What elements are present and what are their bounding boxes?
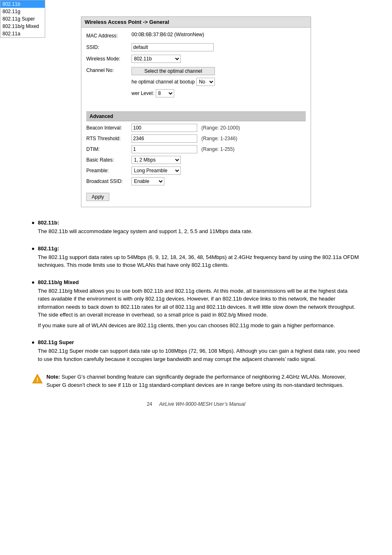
channel-no-label: Channel No: <box>86 66 131 73</box>
channel-dropdown[interactable]: 802.11b 802.11g 802.11g Super 802.11b/g … <box>0 0 45 38</box>
bullet-section-802-11g-super: • 802.11g Super The 802.11g Super mode c… <box>32 339 360 365</box>
dtim-label: DTIM: <box>86 146 131 152</box>
broadcast-ssid-row: Broadcast SSID: Enable Disable <box>86 177 306 185</box>
preamble-label: Preamble: <box>86 168 131 173</box>
bullet-content-802-11bg-mixed: 802.11b/g Mixed The 802.11b/g Mixed allo… <box>38 279 360 332</box>
note-text: Note: Super G’s channel bonding feature … <box>46 373 360 389</box>
dtim-range: (Range: 1-255) <box>201 146 235 152</box>
mac-address-row: MAC Address: 00:0B:6B:37:B6:02 (WistronN… <box>86 32 306 41</box>
bullet-dot-2: • <box>32 245 35 253</box>
ssid-input[interactable] <box>131 43 214 51</box>
wireless-panel: Wireless Access Point -> General MAC Add… <box>81 16 311 207</box>
bullet-text-802-11bg-mixed-2: If you make sure all of WLAN devices are… <box>38 321 360 330</box>
note-label: Note: <box>46 374 60 380</box>
footer: 24 AirLive WH-9000-MESH User’s Manual <box>32 401 360 407</box>
bullet-section-802-11b: • 802.11b: The 802.11b will accommodate … <box>32 220 360 238</box>
svg-text:!: ! <box>37 377 39 383</box>
dropdown-item-802-11g[interactable]: 802.11g <box>0 8 45 15</box>
bullet-content-802-11g-super: 802.11g Super The 802.11g Super mode can… <box>38 339 360 365</box>
beacon-interval-label: Beacon Interval: <box>86 125 131 131</box>
bullet-content-802-11g: 802.11g: The 802.11g support data rates … <box>38 245 360 272</box>
bullet-text-802-11bg-mixed-1: The 802.11b/g Mixed allows you to use bo… <box>38 287 360 319</box>
ssid-row: SSID: <box>86 43 306 52</box>
bullet-text-802-11g-super: The 802.11g Super mode can support data … <box>38 347 360 363</box>
apply-button[interactable]: Apply <box>86 193 109 201</box>
broadcast-ssid-label: Broadcast SSID: <box>86 178 131 184</box>
rts-threshold-input[interactable] <box>131 134 197 143</box>
warning-icon: ! <box>32 373 43 384</box>
beacon-interval-row: Beacon Interval: (Range: 20-1000) <box>86 124 306 132</box>
bullet-section-802-11g: • 802.11g: The 802.11g support data rate… <box>32 245 360 272</box>
mac-address-label: MAC Address: <box>86 32 131 39</box>
beacon-interval-input[interactable] <box>131 124 197 132</box>
dtim-input[interactable] <box>131 145 197 153</box>
dropdown-item-802-11b[interactable]: 802.11b <box>0 0 45 8</box>
select-optimal-channel-button[interactable]: Select the optimal channel <box>131 67 215 75</box>
bullet-heading-802-11g-super: 802.11g Super <box>38 339 360 345</box>
bullet-heading-802-11bg-mixed: 802.11b/g Mixed <box>38 279 360 285</box>
dtim-row: DTIM: (Range: 1-255) <box>86 145 306 153</box>
pwr-level-select[interactable]: 8 1 2 4 <box>156 89 174 97</box>
bootup-text: he optimal channel at bootup <box>131 79 195 85</box>
bootup-row: he optimal channel at bootup No Yes <box>131 78 215 86</box>
panel-title: Wireless Access Point -> General <box>81 17 311 28</box>
rts-threshold-range: (Range: 1-2346) <box>201 136 237 141</box>
wireless-mode-select[interactable]: 802.11b 802.11g 802.11g Super 802.11b/g … <box>131 55 181 63</box>
bullet-text-802-11g: The 802.11g support data rates up to 54M… <box>38 253 360 269</box>
preamble-row: Preamble: Long Preamble Short Preamble <box>86 166 306 175</box>
advanced-section-title: Advanced <box>86 111 306 121</box>
bullet-dot-4: • <box>32 338 35 347</box>
beacon-interval-range: (Range: 20-1000) <box>201 125 240 131</box>
mac-address-value: 00:0B:6B:37:B6:02 (WistronNew) <box>131 32 306 37</box>
tx-pwr-row: wer Level: 8 1 2 4 <box>131 89 215 97</box>
footer-manual: AirLive WH-9000-MESH User’s Manual <box>159 401 245 407</box>
rts-threshold-row: RTS Threshold: (Range: 1-2346) <box>86 134 306 143</box>
footer-page: 24 <box>147 401 152 407</box>
bullet-text-802-11b: The 802.11b will accommodate legacy syst… <box>38 227 360 236</box>
dropdown-item-802-11g-super[interactable]: 802.11g Super <box>0 15 45 23</box>
channel-no-row: Channel No: 802.11b 802.11g 802.11g Supe… <box>86 66 306 97</box>
basic-rates-row: Basic Rates: 1, 2 Mbps All <box>86 156 306 164</box>
pwr-level-text: wer Level: <box>131 90 154 96</box>
bullet-dot-1: • <box>32 219 35 227</box>
bullet-heading-802-11g: 802.11g: <box>38 245 360 252</box>
bootup-select[interactable]: No Yes <box>196 78 215 86</box>
note-box: ! Note: Super G’s channel bonding featur… <box>32 373 360 389</box>
broadcast-ssid-select[interactable]: Enable Disable <box>131 177 164 185</box>
rts-threshold-label: RTS Threshold: <box>86 136 131 141</box>
wireless-mode-label: Wireless Mode: <box>86 55 131 62</box>
note-content: Super G’s channel bonding feature can si… <box>46 374 346 388</box>
bullet-content-802-11b: 802.11b: The 802.11b will accommodate le… <box>38 220 360 238</box>
content-area: • 802.11b: The 802.11b will accommodate … <box>32 220 360 407</box>
wireless-mode-row: Wireless Mode: 802.11b 802.11g 802.11g S… <box>86 55 306 64</box>
bullet-dot-3: • <box>32 278 35 287</box>
dropdown-item-802-11bg-mixed[interactable]: 802.11b/g Mixed <box>0 23 45 30</box>
basic-rates-label: Basic Rates: <box>86 157 131 163</box>
dropdown-item-802-11a[interactable]: 802.11a <box>0 30 45 37</box>
apply-row: Apply <box>86 190 306 203</box>
preamble-select[interactable]: Long Preamble Short Preamble <box>131 166 181 175</box>
basic-rates-select[interactable]: 1, 2 Mbps All <box>131 156 181 164</box>
bullet-heading-802-11b: 802.11b: <box>38 220 360 226</box>
ssid-label: SSID: <box>86 43 131 50</box>
bullet-section-802-11bg-mixed: • 802.11b/g Mixed The 802.11b/g Mixed al… <box>32 279 360 332</box>
